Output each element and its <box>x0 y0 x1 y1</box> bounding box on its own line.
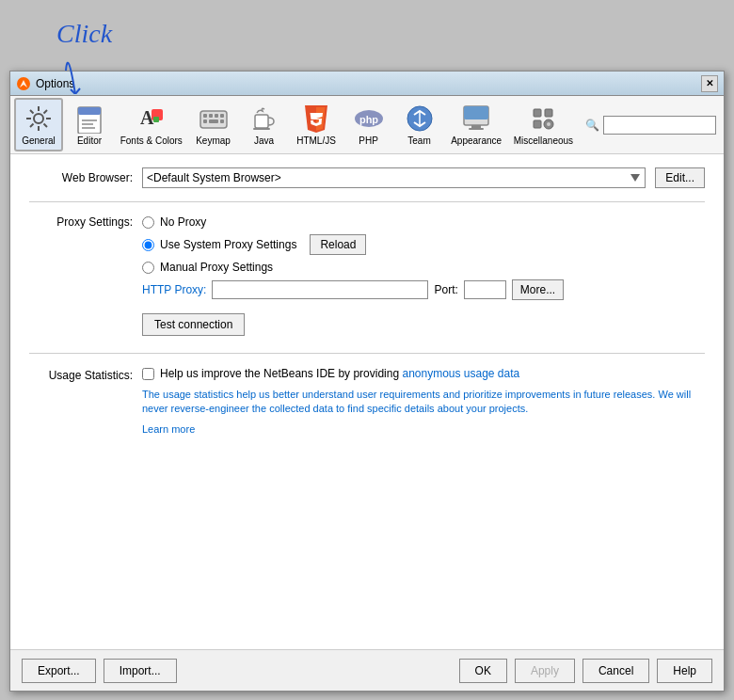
use-system-label: Use System Proxy Settings <box>160 238 296 251</box>
usage-statistics-content: Help us improve the NetBeans IDE by prov… <box>142 367 705 436</box>
svg-point-44 <box>547 122 550 126</box>
http-proxy-label: HTTP Proxy: <box>142 283 206 296</box>
svg-rect-42 <box>534 120 541 128</box>
help-button[interactable]: Help <box>657 659 712 683</box>
close-button[interactable]: ✕ <box>701 75 718 92</box>
svg-rect-26 <box>220 119 224 123</box>
toolbar-keymap-label: Keymap <box>196 135 231 146</box>
toolbar-editor-label: Editor <box>77 135 102 146</box>
manual-proxy-option: Manual Proxy Settings <box>142 261 273 274</box>
search-input[interactable] <box>603 116 716 135</box>
svg-rect-12 <box>78 107 101 115</box>
toolbar-item-team[interactable]: Team <box>395 98 444 151</box>
port-input[interactable] <box>464 280 506 299</box>
test-connection-button[interactable]: Test connection <box>142 313 245 336</box>
toolbar-item-appearance[interactable]: Appearance <box>446 98 507 151</box>
keymap-icon <box>199 103 229 134</box>
web-browser-label: Web Browser: <box>29 171 133 184</box>
no-proxy-label: No Proxy <box>160 215 206 229</box>
anonymous-link[interactable]: anonymous usage data <box>402 367 519 380</box>
usage-checkbox-row: Help us improve the NetBeans IDE by prov… <box>142 367 705 380</box>
toolbar-item-general[interactable]: General <box>14 98 63 151</box>
toolbar-team-label: Team <box>407 135 430 146</box>
learn-more-link[interactable]: Learn more <box>142 423 195 435</box>
svg-rect-18 <box>153 117 159 122</box>
browser-select[interactable]: <Default System Browser> <box>142 167 646 188</box>
toolbar: General Editor A <box>10 96 724 154</box>
no-proxy-option: No Proxy <box>142 215 206 229</box>
svg-rect-21 <box>209 114 213 118</box>
apply-button[interactable]: Apply <box>515 659 575 683</box>
more-button[interactable]: More... <box>512 279 564 300</box>
svg-point-2 <box>34 114 43 123</box>
use-system-radio[interactable] <box>142 239 154 251</box>
proxy-label: Proxy Settings: <box>29 215 133 229</box>
usage-checkbox[interactable] <box>142 368 154 380</box>
usage-checkbox-label: Help us improve the NetBeans IDE by prov… <box>160 367 519 380</box>
toolbar-item-miscellaneous[interactable]: Miscellaneous <box>509 98 578 151</box>
svg-text:php: php <box>359 114 377 125</box>
content-area: Web Browser: <Default System Browser> Ed… <box>10 154 724 649</box>
port-label: Port: <box>434 283 457 296</box>
http-proxy-input[interactable] <box>212 280 428 299</box>
proxy-section: Proxy Settings: No Proxy Use System Prox… <box>29 215 705 300</box>
svg-rect-22 <box>215 114 218 118</box>
title-bar: Options ✕ <box>10 72 724 96</box>
toolbar-html-label: HTML/JS <box>296 135 336 146</box>
toolbar-appearance-label: Appearance <box>451 135 502 146</box>
toolbar-item-html-js[interactable]: HTML/JS <box>291 98 343 151</box>
team-icon <box>405 103 435 134</box>
toolbar-php-label: PHP <box>359 135 378 146</box>
svg-line-8 <box>44 124 48 128</box>
http-proxy-row: HTTP Proxy: Port: More... <box>142 279 705 300</box>
system-proxy-option: Use System Proxy Settings Reload <box>142 234 366 255</box>
manual-proxy-radio[interactable] <box>142 262 154 274</box>
svg-rect-40 <box>534 109 541 117</box>
toolbar-general-label: General <box>22 135 56 146</box>
svg-rect-23 <box>220 114 224 118</box>
usage-statistics-row: Usage Statistics: Help us improve the Ne… <box>29 367 705 436</box>
footer-left: Export... Import... <box>22 659 177 683</box>
svg-rect-20 <box>203 114 207 118</box>
toolbar-fonts-label: Fonts & Colors <box>120 135 183 146</box>
netbeans-logo-icon <box>16 76 31 91</box>
editor-icon <box>74 103 104 134</box>
usage-statistics-label: Usage Statistics: <box>29 367 133 382</box>
proxy-manual-row: Manual Proxy Settings <box>29 261 705 274</box>
reload-button[interactable]: Reload <box>310 234 366 255</box>
svg-line-9 <box>44 110 48 114</box>
toolbar-item-editor[interactable]: Editor <box>65 98 114 151</box>
svg-rect-27 <box>255 115 268 128</box>
svg-line-10 <box>30 124 34 128</box>
footer-right: OK Apply Cancel Help <box>459 659 712 683</box>
cancel-button[interactable]: Cancel <box>582 659 649 683</box>
svg-rect-41 <box>545 109 552 117</box>
svg-rect-24 <box>203 119 207 123</box>
test-connection-row: Test connection <box>142 313 705 336</box>
proxy-system-row: Use System Proxy Settings Reload <box>29 234 705 255</box>
svg-rect-28 <box>253 128 270 130</box>
export-button[interactable]: Export... <box>22 659 96 683</box>
divider-1 <box>29 201 705 202</box>
svg-rect-25 <box>209 119 218 123</box>
manual-proxy-label: Manual Proxy Settings <box>160 261 273 274</box>
edit-button[interactable]: Edit... <box>655 167 705 188</box>
options-dialog: Options ✕ <box>9 71 725 692</box>
svg-rect-38 <box>471 125 481 128</box>
toolbar-misc-label: Miscellaneous <box>514 135 573 146</box>
appearance-icon <box>461 103 491 134</box>
svg-rect-37 <box>464 106 488 119</box>
php-icon: php <box>354 103 384 134</box>
no-proxy-radio[interactable] <box>142 216 154 229</box>
toolbar-item-keymap[interactable]: Keymap <box>189 98 238 151</box>
footer: Export... Import... OK Apply Cancel Help <box>10 649 724 691</box>
search-icon: 🔍 <box>585 119 599 132</box>
ok-button[interactable]: OK <box>459 659 507 683</box>
toolbar-item-php[interactable]: php PHP <box>344 98 393 151</box>
svg-rect-39 <box>469 128 484 130</box>
dialog-title: Options <box>36 77 74 90</box>
import-button[interactable]: Import... <box>104 659 177 683</box>
fonts-colors-icon: A <box>136 103 167 134</box>
toolbar-item-java[interactable]: Java <box>240 98 289 151</box>
toolbar-item-fonts-colors[interactable]: A Fonts & Colors <box>116 98 187 151</box>
